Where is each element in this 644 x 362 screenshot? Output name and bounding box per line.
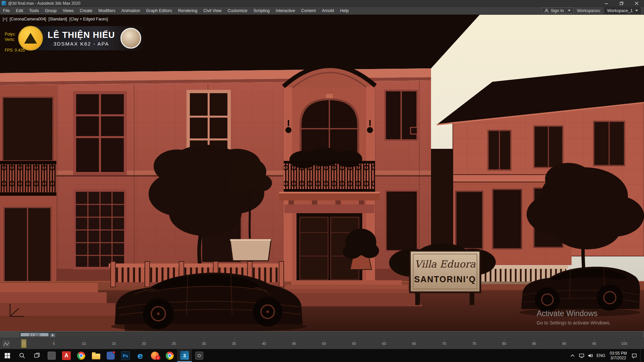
viewport-render[interactable]: Villa Eduora SANTORINI'Q — [0, 15, 644, 331]
menu-bar: FileEditToolsGroupViewsCreateModifiersAn… — [0, 7, 644, 15]
trackbar-tick-65: 65 — [412, 342, 416, 346]
speaker-icon — [588, 353, 593, 358]
taskbar-browser[interactable]: 2 — [148, 349, 162, 362]
taskbar-autodesk-app[interactable]: A — [59, 349, 74, 362]
viewport-menu-camera[interactable]: [CoronaCamera004] — [10, 17, 46, 21]
trackbar-tick-25: 25 — [172, 342, 176, 346]
search-button[interactable] — [15, 349, 30, 362]
next-frame-button[interactable] — [50, 333, 55, 337]
taskbar-file-explorer[interactable] — [89, 349, 103, 362]
menu-item-views[interactable]: Views — [60, 7, 77, 14]
track-bar[interactable]: 0510152025303540455055606570758085909510… — [0, 338, 644, 349]
chevron-down-icon — [568, 10, 571, 11]
taskbar-pinned-app-1[interactable] — [44, 349, 59, 362]
menu-item-graph-editors[interactable]: Graph Editors — [143, 7, 175, 14]
chrome-icon — [77, 352, 85, 360]
menu-item-interactive[interactable]: Interactive — [273, 7, 298, 14]
edge-icon: e — [138, 352, 143, 360]
dark-app-icon — [195, 352, 203, 360]
trackbar-tick-100: 100 — [621, 342, 627, 346]
restore-icon — [620, 1, 624, 5]
clock-time: 03:55 PM — [610, 351, 627, 356]
taskbar-chat-app[interactable] — [103, 349, 118, 362]
taskbar-3dsmax[interactable]: 3 — [177, 349, 192, 362]
trackbar-tick-75: 75 — [472, 342, 476, 346]
restore-button[interactable] — [614, 0, 629, 7]
minimize-icon — [604, 1, 608, 5]
time-slider: 0 / 100 — [0, 331, 644, 338]
window-title: @3d final.max - Autodesk 3ds Max 2020 — [8, 1, 80, 6]
curve-icon — [3, 341, 10, 347]
taskbar-chrome[interactable] — [74, 349, 89, 362]
sign-text-line1: Villa Eduora — [415, 258, 476, 270]
minimize-button[interactable] — [599, 0, 614, 7]
trackbar-tick-45: 45 — [292, 342, 296, 346]
menu-item-rendering[interactable]: Rendering — [175, 7, 201, 14]
watermark-photo — [120, 28, 141, 49]
menu-item-animation[interactable]: Animation — [118, 7, 143, 14]
menu-item-tools[interactable]: Tools — [26, 7, 42, 14]
taskbar-edge[interactable]: e — [133, 349, 148, 362]
menu-item-scripting[interactable]: Scripting — [250, 7, 273, 14]
trackbar-tick-60: 60 — [382, 342, 386, 346]
menu-item-create[interactable]: Create — [77, 7, 96, 14]
task-view-button[interactable] — [30, 349, 44, 362]
photoshop-icon: Ps — [121, 351, 130, 360]
trackbar-tick-20: 20 — [142, 342, 146, 346]
menu-items: FileEditToolsGroupViewsCreateModifiersAn… — [0, 7, 352, 14]
menu-item-civil-view[interactable]: Civil View — [200, 7, 224, 14]
watermark-subtitle: 3DSMAX K62 - APA — [48, 41, 115, 47]
taskbar-photoshop[interactable]: Ps — [118, 349, 133, 362]
menu-item-content[interactable]: Content — [298, 7, 319, 14]
left-balcony-section — [0, 85, 56, 283]
upper-left-windows — [73, 91, 127, 175]
viewport-menu-general[interactable]: [+] — [3, 17, 7, 21]
taskbar: A Ps e 2 3 ENG 03:55 PM — [0, 349, 644, 362]
tray-network-button[interactable] — [579, 349, 585, 362]
menu-item-modifiers[interactable]: Modifiers — [95, 7, 118, 14]
sign-in-label: Sign In — [551, 8, 564, 13]
viewport-label: [+] [CoronaCamera004] [Standard] [Clay +… — [3, 17, 108, 21]
lower-left-window — [73, 189, 127, 269]
time-slider-track[interactable]: 0 / 100 — [19, 332, 643, 337]
close-button[interactable] — [629, 0, 644, 7]
planter-box — [230, 240, 271, 261]
time-slider-handle[interactable]: 0 / 100 — [20, 333, 49, 337]
watermark-name: LÊ THIỆN HIẾU — [48, 30, 115, 40]
menu-item-arnold[interactable]: Arnold — [319, 7, 337, 14]
start-button[interactable] — [0, 349, 15, 362]
title-bar: @3d final.max - Autodesk 3ds Max 2020 — [0, 0, 644, 7]
menu-item-customize[interactable]: Customize — [224, 7, 250, 14]
menu-item-file[interactable]: File — [0, 7, 13, 14]
folder-icon — [92, 354, 100, 359]
tray-volume-button[interactable] — [588, 349, 594, 362]
workspace-dropdown[interactable]: Workspace_1 — [604, 7, 641, 14]
taskbar-chrome-2[interactable] — [162, 349, 177, 362]
chrome-icon — [166, 352, 174, 360]
viewport-menu-standard[interactable]: [Standard] — [48, 17, 67, 21]
app-logo-icon — [2, 1, 6, 5]
chevron-up-icon — [571, 354, 575, 357]
trackbar-tick-95: 95 — [592, 342, 596, 346]
menu-item-group[interactable]: Group — [42, 7, 60, 14]
watermark-banner: LÊ THIỆN HIẾU 3DSMAX K62 - APA — [19, 26, 146, 50]
windows-logo-icon — [4, 353, 10, 359]
task-view-icon — [34, 353, 40, 359]
sign-text-line2: SANTORINI'Q — [414, 275, 476, 284]
viewport-menu-shading[interactable]: [Clay + Edged Faces] — [69, 17, 108, 21]
menu-item-help[interactable]: Help — [337, 7, 352, 14]
language-indicator[interactable]: ENG — [597, 349, 605, 362]
trackbar-tick-0: 0 — [23, 342, 25, 346]
taskbar-pinned-app-2[interactable] — [192, 349, 207, 362]
show-desktop-button[interactable] — [640, 349, 643, 362]
taskbar-clock[interactable]: 03:55 PM 3/7/2022 — [608, 351, 628, 360]
action-center-button[interactable] — [631, 349, 637, 362]
viewport[interactable]: Villa Eduora SANTORINI'Q — [0, 15, 644, 331]
mini-curve-editor-button[interactable] — [2, 340, 11, 348]
menu-item-edit[interactable]: Edit — [13, 7, 26, 14]
trackbar-tick-90: 90 — [562, 342, 566, 346]
search-icon — [19, 353, 25, 359]
activate-windows-watermark: Activate Windows Go to Settings to activ… — [537, 309, 611, 325]
tray-chevron-button[interactable] — [570, 349, 576, 362]
sign-in-button[interactable]: Sign In — [541, 7, 574, 14]
